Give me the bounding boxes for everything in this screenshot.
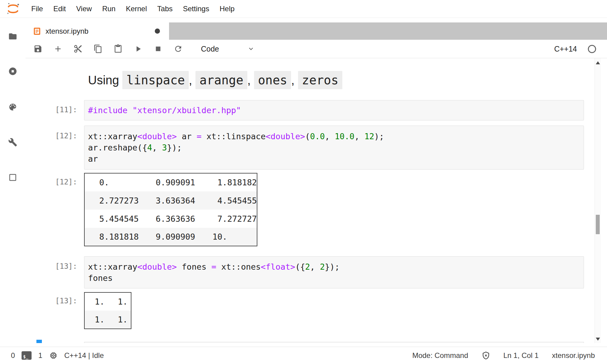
kernel-name-label[interactable]: C++14 [554,45,577,53]
code-cell-input-11[interactable]: #include "xtensor/xbuilder.hpp" [84,100,584,120]
notebook-panel: Using linspace, arange, ones, zeros [11]… [25,58,595,343]
scroll-down-arrow-icon[interactable] [596,338,600,341]
token: , [291,73,298,87]
output-table-cell: 9.090909 [141,228,198,246]
token: 2 [320,262,325,271]
output-table-cell: 0.909091 [141,173,198,191]
code-line[interactable]: xt::xarray<double> ar = xt::linspace<dou… [88,131,580,142]
sidebar-item-inspector[interactable] [8,138,17,147]
kernels-count[interactable]: 1 [38,351,42,360]
token: xt::xarray [88,132,137,141]
restart-kernel-button[interactable] [174,44,183,53]
token: xt::xarray [88,262,137,271]
inline-code: ones [254,71,291,89]
menu-view[interactable]: View [71,5,97,13]
token: ar.reshape({ [88,143,147,152]
token: xt::linspace [202,132,266,141]
token: 0.0 [310,132,325,141]
token: Using [88,73,122,87]
menu-settings[interactable]: Settings [178,5,215,13]
terminals-count[interactable]: 0 [11,351,15,360]
scroll-up-arrow-icon[interactable] [596,61,600,64]
input-prompt-13: [13]: [55,261,77,272]
input-prompt-12: [12]: [55,130,77,142]
token: 4 [147,143,152,152]
output-table-cell: 0. [84,173,141,191]
token: <double> [137,132,177,141]
menu-kernel[interactable]: Kernel [121,5,152,13]
menu-file[interactable]: File [26,5,48,13]
kernel-status-indicator[interactable] [588,45,596,53]
scrollbar-thumb[interactable] [596,215,600,234]
inline-code: arange [195,71,247,89]
token: }); [167,143,182,152]
kernel-status-text[interactable]: C++14 | Idle [64,351,104,360]
notebook-icon [33,27,41,35]
unsaved-changes-indicator[interactable] [155,29,160,34]
menu-help[interactable]: Help [214,5,239,13]
status-right-group: Mode: Command Ln 1, Col 1 xtensor.ipynb [412,351,595,360]
jupyter-logo-icon [6,2,20,15]
copy-cells-button[interactable] [93,44,103,53]
save-button[interactable] [33,44,42,53]
code-line[interactable]: #include "xtensor/xbuilder.hpp" [88,105,580,116]
menu-tabs[interactable]: Tabs [152,5,178,13]
kernel-chip-icon[interactable] [49,351,58,360]
code-line[interactable]: ar.reshape({4, 3}); [88,142,580,153]
inline-code: linspace [122,71,189,89]
token: #include "xtensor/xbuilder.hpp" [88,106,241,115]
token: ar [177,132,197,141]
run-button[interactable] [134,44,143,53]
trust-shield-icon[interactable] [482,351,490,360]
cut-cells-button[interactable] [73,44,83,53]
interrupt-kernel-button[interactable] [154,44,163,53]
tabs-icon [8,173,17,182]
input-prompt-11: [11]: [55,104,77,116]
token: , [354,132,365,141]
token: = [197,132,202,141]
paste-cells-button[interactable] [114,44,123,53]
output-prompt-12: [12]: [55,177,77,188]
code-line[interactable]: fones [88,272,580,284]
add-cell-button[interactable] [53,44,63,53]
chevron-down-icon [247,45,255,53]
code-cell-input-13[interactable]: xt::xarray<double> fones = xt::ones<floa… [84,256,584,288]
token: 2 [305,262,310,271]
output-table-cell: 8.181818 [84,228,141,246]
menu-edit[interactable]: Edit [48,5,71,13]
sidebar-item-running[interactable] [8,67,17,76]
cut-icon [73,44,83,53]
sidebar-item-files[interactable] [8,32,17,41]
menu-run[interactable]: Run [97,5,121,13]
code-cell-input-12[interactable]: xt::xarray<double> ar = xt::linspace<dou… [84,126,584,170]
code-line[interactable]: xt::xarray<double> fones = xt::ones<floa… [88,261,580,272]
token: <double> [137,262,177,271]
output-table-13: 1.1.1.1. [84,292,131,329]
cursor-position[interactable]: Ln 1, Col 1 [504,351,539,360]
tools-icon [8,138,17,147]
token: <double> [266,132,305,141]
next-cell-partial[interactable] [84,342,584,343]
tab-title: xtensor.ipynb [46,27,88,35]
token: , [310,262,320,271]
code-line[interactable]: ar [88,153,580,164]
output-table-cell: 10. [198,228,257,246]
cell-collapser[interactable] [36,340,42,343]
vertical-scrollbar[interactable] [595,58,601,343]
sidebar-item-open-tabs[interactable] [8,173,17,182]
sidebar-item-commands[interactable] [8,103,17,112]
command-mode-indicator[interactable]: Mode: Command [412,351,468,360]
token: , [325,132,335,141]
terminal-icon[interactable]: $_ [22,351,32,360]
token: 10.0 [335,132,354,141]
output-table-row: 2.7272733.636364 4.545455 [84,191,257,210]
cell-type-select[interactable]: Code [201,45,255,53]
add-cell-icon [53,44,63,53]
tab-xtensor-ipynb[interactable]: xtensor.ipynb [25,22,169,40]
output-table-cell: 1. [108,311,131,329]
token: fones [88,273,113,283]
output-table-cell: 4.545455 [198,191,257,210]
token: , [189,73,195,87]
active-file-name: xtensor.ipynb [552,351,595,360]
output-prompt-13: [13]: [55,295,77,307]
